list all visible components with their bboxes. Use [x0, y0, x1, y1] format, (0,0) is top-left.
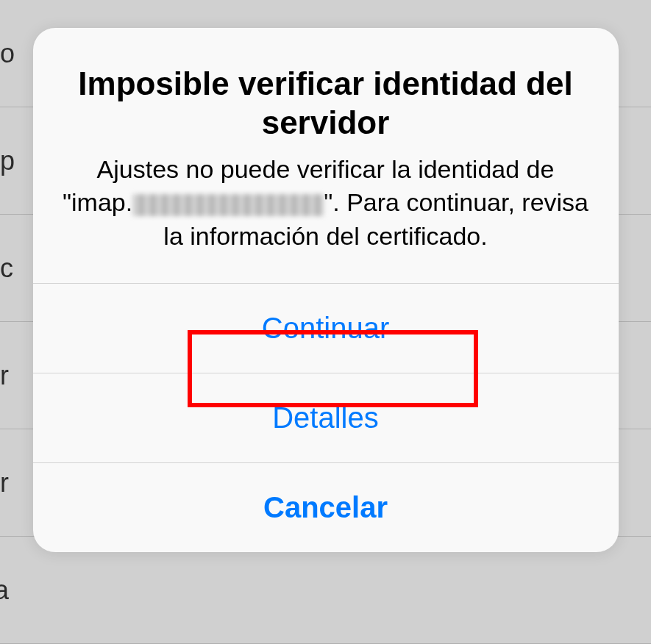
modal-overlay: Imposible verificar identidad del servid…: [0, 0, 651, 644]
server-identity-alert: Imposible verificar identidad del servid…: [33, 28, 619, 552]
continue-button[interactable]: Continuar: [33, 283, 619, 373]
cancel-button[interactable]: Cancelar: [33, 462, 619, 552]
alert-header: Imposible verificar identidad del servid…: [33, 28, 619, 283]
redacted-server-name: [132, 194, 324, 216]
details-button[interactable]: Detalles: [33, 373, 619, 462]
alert-message: Ajustes no puede verificar la identidad …: [61, 153, 591, 254]
alert-title: Imposible verificar identidad del servid…: [61, 65, 591, 143]
